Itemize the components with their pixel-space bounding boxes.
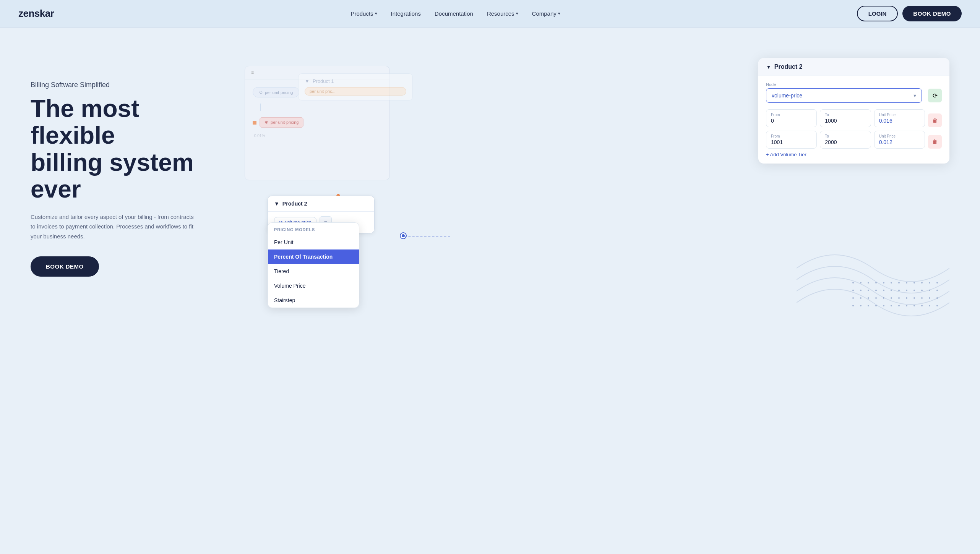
navbar: zenskar Products ▾ Integrations Document… (0, 0, 980, 28)
link-icon-button[interactable]: ⟳ (928, 89, 942, 102)
hero-section: Billing Software Simplified The most fle… (0, 28, 980, 326)
triangle-icon: ▼ (305, 78, 310, 84)
nav-links: Products ▾ Integrations Documentation Re… (350, 10, 560, 17)
tier-row-2: From 1001 To 2000 Unit Price 0.012 🗑 (766, 130, 942, 149)
nav-item-documentation[interactable]: Documentation (435, 10, 473, 17)
product2-card-header: ▼ Product 2 (758, 58, 949, 76)
collapse-icon[interactable]: ▼ (766, 64, 771, 70)
book-demo-nav-button[interactable]: BOOK DEMO (902, 6, 962, 21)
nav-item-resources[interactable]: Resources ▾ (487, 10, 518, 17)
hero-description: Customize and tailor every aspect of you… (31, 212, 199, 241)
product2-title: Product 2 (774, 63, 803, 70)
tier2-from-value: 1001 (771, 139, 812, 145)
chevron-down-icon: ▾ (375, 11, 377, 16)
tier2-unit-price-field[interactable]: Unit Price 0.012 (874, 131, 925, 149)
node-field-label: Node (766, 82, 942, 87)
dashed-line (404, 236, 450, 237)
pricing-item-tiered[interactable]: Tiered (268, 264, 359, 279)
tier2-to-field[interactable]: To 2000 (820, 131, 871, 149)
small-number: 0.01% (253, 134, 382, 138)
product2-main-card: ▼ Product 2 Node volume-price ▾ ⟳ (758, 58, 949, 164)
flow-node-pill: ⊙ per-unit-pricing (253, 87, 299, 97)
pricing-dropdown: PRICING MODELS Per Unit Percent Of Trans… (268, 222, 359, 308)
product1-card: ▼ Product 1 per-unit-pric... (298, 73, 413, 100)
chevron-down-icon: ▾ (558, 11, 560, 16)
product1-node-pill: per-unit-pric... (305, 87, 406, 96)
tier2-unit-price-value: 0.012 (879, 139, 920, 145)
product1-header: ▼ Product 1 (305, 78, 406, 84)
tier2-to-value: 2000 (825, 139, 866, 145)
product2-card-body: Node volume-price ▾ ⟳ From 0 (758, 76, 949, 164)
nav-item-company[interactable]: Company ▾ (532, 10, 560, 17)
nav-item-products[interactable]: Products ▾ (350, 10, 377, 17)
tier-row-1: From 0 To 1000 Unit Price 0.016 🗑 (766, 109, 942, 127)
login-button[interactable]: LOGIN (857, 6, 898, 21)
logo[interactable]: zenskar (18, 8, 54, 19)
tier1-from-field[interactable]: From 0 (766, 109, 817, 127)
pricing-item-volume-price[interactable]: Volume Price (268, 279, 359, 293)
node-select-value: volume-price (772, 92, 802, 99)
hero-visual: ≡ ⊙ per-unit-pricing ✱ per-unit-pricing … (229, 58, 949, 326)
node-select[interactable]: volume-price ▾ (766, 88, 922, 103)
product2-node-header: ▼ Product 2 (268, 196, 374, 212)
tier1-unit-price-value: 0.016 (879, 118, 920, 124)
dot-grid-decoration: // Rendered via JS below (852, 282, 942, 310)
pricing-models-header: PRICING MODELS (268, 223, 359, 235)
pricing-item-stairstep[interactable]: Stairstep (268, 293, 359, 308)
node-select-wrapper: Node volume-price ▾ ⟳ (766, 82, 942, 103)
nav-buttons: LOGIN BOOK DEMO (857, 6, 962, 21)
tier1-from-value: 0 (771, 118, 812, 124)
tier1-delete-button[interactable]: 🗑 (928, 113, 942, 127)
hero-subtitle: Billing Software Simplified (31, 81, 229, 89)
orange-indicator (253, 121, 256, 125)
tier1-unit-price-field[interactable]: Unit Price 0.016 (874, 109, 925, 127)
nav-item-integrations[interactable]: Integrations (391, 10, 421, 17)
hero-title: The most flexible billing system ever (31, 95, 229, 203)
triangle-small-icon: ▼ (274, 201, 279, 207)
pricing-item-percent[interactable]: Percent Of Transaction (268, 249, 359, 264)
tier1-to-value: 1000 (825, 118, 866, 124)
tier2-from-field[interactable]: From 1001 (766, 131, 817, 149)
flow-header-icon: ≡ (251, 70, 254, 75)
hero-text: Billing Software Simplified The most fle… (31, 58, 229, 277)
tier1-to-field[interactable]: To 1000 (820, 109, 871, 127)
book-demo-hero-button[interactable]: BOOK DEMO (31, 256, 99, 277)
flow-node-label: ✱ per-unit-pricing (260, 117, 303, 128)
chevron-down-icon: ▾ (516, 11, 518, 16)
pricing-item-per-unit[interactable]: Per Unit (268, 235, 359, 249)
flow-node-line (260, 104, 261, 111)
chevron-down-icon: ▾ (913, 92, 916, 99)
add-tier-link[interactable]: + Add Volume Tier (766, 152, 942, 157)
tier2-delete-button[interactable]: 🗑 (928, 135, 942, 149)
